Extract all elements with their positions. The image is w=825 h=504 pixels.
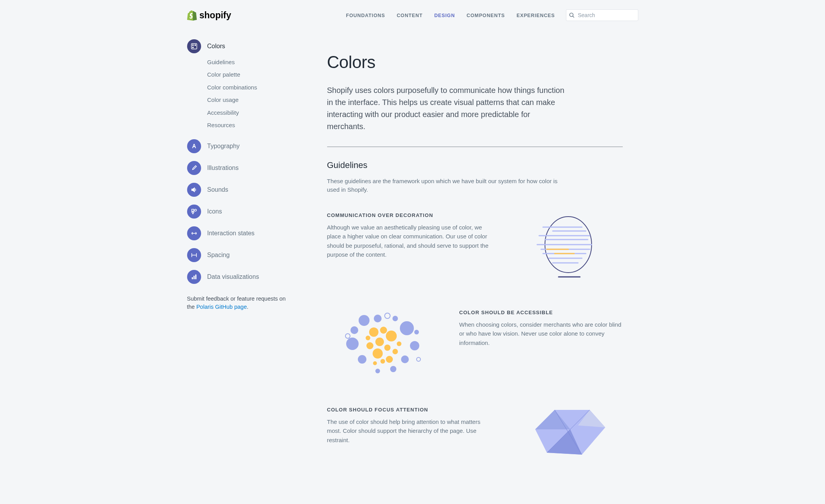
svg-point-4 xyxy=(194,44,196,46)
chart-icon xyxy=(187,270,201,284)
primary-nav: FOUNDATIONS CONTENT DESIGN COMPONENTS EX… xyxy=(346,9,555,22)
svg-rect-14 xyxy=(195,275,196,279)
divider xyxy=(327,147,623,147)
brand-name: shopify xyxy=(200,9,231,22)
sub-color-combinations[interactable]: Color combinations xyxy=(207,83,288,92)
guideline-eyebrow: COMMUNICATION OVER DECORATION xyxy=(327,212,490,219)
search-wrap xyxy=(566,9,638,21)
shopify-bag-icon xyxy=(187,10,197,21)
svg-point-0 xyxy=(569,13,573,17)
svg-point-44 xyxy=(380,327,387,334)
svg-rect-2 xyxy=(191,44,197,49)
svg-point-46 xyxy=(375,338,384,346)
main-content: Colors Shopify uses colors purposefully … xyxy=(327,35,623,484)
svg-rect-13 xyxy=(193,276,194,279)
svg-point-54 xyxy=(380,359,385,364)
svg-point-36 xyxy=(390,366,396,372)
tab-design[interactable]: DESIGN xyxy=(434,9,455,22)
svg-line-1 xyxy=(573,16,574,18)
svg-point-40 xyxy=(385,313,390,318)
sub-color-palette[interactable]: Color palette xyxy=(207,70,288,79)
sidebar-item-label: Colors xyxy=(207,42,225,51)
sidebar-item-label: Interaction states xyxy=(207,229,255,238)
svg-point-29 xyxy=(374,315,382,322)
svg-rect-6 xyxy=(192,209,194,211)
svg-point-45 xyxy=(386,331,397,341)
svg-point-38 xyxy=(392,316,398,321)
sidebar-item-sounds[interactable]: Sounds xyxy=(187,179,288,201)
page-title: Colors xyxy=(327,49,623,75)
sidebar-item-data-visualizations[interactable]: Data visualizations xyxy=(187,266,288,288)
sub-guidelines[interactable]: Guidelines xyxy=(207,58,288,67)
sidebar-item-label: Data visualizations xyxy=(207,272,259,282)
tab-foundations[interactable]: FOUNDATIONS xyxy=(346,9,385,22)
guidelines-heading: Guidelines xyxy=(327,159,623,172)
svg-point-49 xyxy=(373,348,383,359)
svg-point-53 xyxy=(397,341,401,346)
svg-rect-12 xyxy=(192,277,193,279)
svg-point-5 xyxy=(192,47,193,48)
tab-content[interactable]: CONTENT xyxy=(397,9,423,22)
sidebar-item-label: Illustrations xyxy=(207,163,239,173)
svg-point-41 xyxy=(345,334,350,338)
svg-point-55 xyxy=(373,361,377,365)
tab-experiences[interactable]: EXPERIENCES xyxy=(517,9,555,22)
sidebar-item-label: Icons xyxy=(207,207,222,216)
sidebar-item-label: Sounds xyxy=(207,185,228,194)
feedback-note: Submit feedback or feature requests on t… xyxy=(187,295,288,312)
tab-components[interactable]: COMPONENTS xyxy=(467,9,505,22)
sub-color-usage[interactable]: Color usage xyxy=(207,96,288,105)
typography-icon xyxy=(187,139,201,153)
svg-point-48 xyxy=(384,345,391,351)
sidebar: Colors Guidelines Color palette Color co… xyxy=(187,35,288,484)
svg-point-47 xyxy=(366,342,373,349)
brand-logo[interactable]: shopify xyxy=(187,9,231,22)
sidebar-item-interaction-states[interactable]: Interaction states xyxy=(187,222,288,244)
top-bar: shopify FOUNDATIONS CONTENT DESIGN COMPO… xyxy=(172,0,654,22)
svg-point-39 xyxy=(414,330,419,334)
svg-point-35 xyxy=(401,355,409,363)
sidebar-item-label: Spacing xyxy=(207,250,230,260)
search-input[interactable] xyxy=(566,9,638,21)
svg-point-50 xyxy=(392,349,398,354)
svg-point-31 xyxy=(346,338,359,350)
guidelines-intro: These guidelines are the framework upon … xyxy=(327,177,568,194)
brush-icon xyxy=(187,161,201,175)
search-icon xyxy=(569,12,575,18)
spacing-icon xyxy=(187,248,201,262)
sidebar-item-illustrations[interactable]: Illustrations xyxy=(187,157,288,179)
svg-point-42 xyxy=(417,357,420,361)
guideline-body: When choosing colors, consider merchants… xyxy=(459,320,623,347)
sub-resources[interactable]: Resources xyxy=(207,121,288,130)
states-icon xyxy=(187,226,201,240)
svg-point-33 xyxy=(400,321,414,335)
page-lead: Shopify uses colors purposefully to comm… xyxy=(327,84,568,133)
guideline-block: COMMUNICATION OVER DECORATION Although w… xyxy=(327,212,623,282)
illustration-dots xyxy=(327,309,440,379)
guideline-block: COLOR SHOULD BE ACCESSIBLE When choosing… xyxy=(327,309,623,379)
sidebar-item-typography[interactable]: Typography xyxy=(187,135,288,157)
palette-icon xyxy=(187,39,201,53)
sidebar-item-label: Typography xyxy=(207,142,240,151)
sidebar-sub-nav: Guidelines Color palette Color combinati… xyxy=(187,57,288,135)
svg-point-34 xyxy=(410,341,419,350)
shapes-icon xyxy=(187,205,201,219)
sound-icon xyxy=(187,183,201,197)
svg-point-37 xyxy=(375,369,380,373)
sidebar-item-spacing[interactable]: Spacing xyxy=(187,244,288,266)
sidebar-item-colors[interactable]: Colors xyxy=(187,35,288,57)
svg-point-30 xyxy=(350,326,358,334)
svg-point-52 xyxy=(366,336,370,340)
sub-accessibility[interactable]: Accessibility xyxy=(207,108,288,117)
guideline-eyebrow: COLOR SHOULD BE ACCESSIBLE xyxy=(459,309,623,317)
guideline-body: The use of color should help bring atten… xyxy=(327,417,490,444)
svg-point-43 xyxy=(369,327,378,337)
guideline-block: COLOR SHOULD FOCUS ATTENTION The use of … xyxy=(327,406,623,457)
feedback-link[interactable]: Polaris GitHub page xyxy=(196,304,247,310)
sidebar-item-icons[interactable]: Icons xyxy=(187,201,288,222)
svg-point-3 xyxy=(192,44,193,46)
svg-point-28 xyxy=(359,315,370,326)
svg-point-32 xyxy=(358,355,366,364)
guideline-eyebrow: COLOR SHOULD FOCUS ATTENTION xyxy=(327,406,490,414)
illustration-gem xyxy=(510,406,623,457)
